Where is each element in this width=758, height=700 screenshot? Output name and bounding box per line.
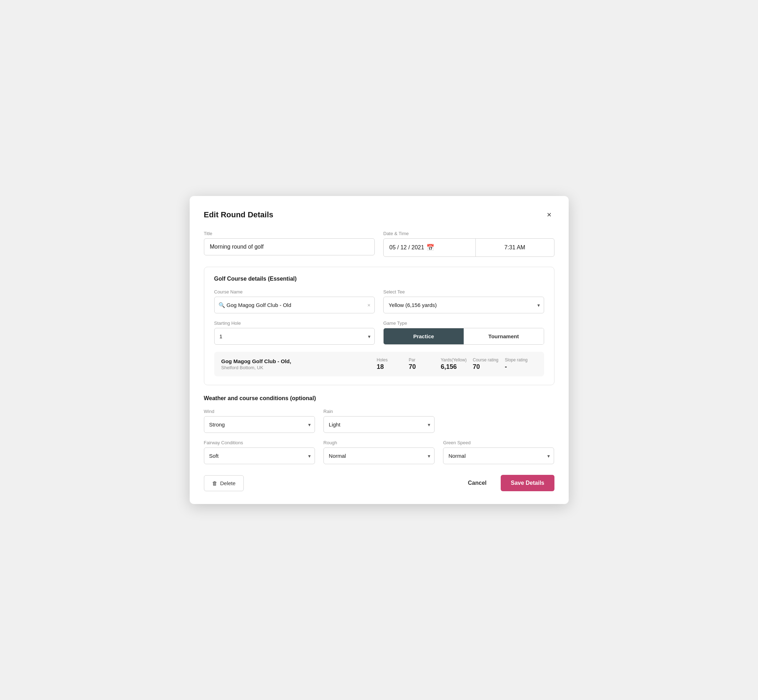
rain-select-wrapper: Light ▾	[324, 416, 434, 433]
modal-title: Edit Round Details	[204, 210, 274, 219]
starting-hole-gametype-row: Starting Hole 1 ▾ Game Type Practice Tou…	[214, 320, 544, 345]
course-name-tee-row: Course Name 🔍 × Select Tee Yellow (6,156…	[214, 289, 544, 313]
yards-label: Yards(Yellow)	[441, 358, 467, 362]
select-tee-group: Select Tee Yellow (6,156 yards) ▾	[383, 289, 544, 313]
yards-stat: Yards(Yellow) 6,156	[441, 358, 473, 370]
holes-label: Holes	[377, 358, 388, 362]
title-label: Title	[204, 231, 375, 236]
starting-hole-group: Starting Hole 1 ▾	[214, 320, 375, 345]
slope-rating-stat: Slope rating -	[505, 358, 537, 370]
clear-icon[interactable]: ×	[367, 302, 370, 308]
search-icon: 🔍	[219, 302, 225, 308]
course-rating-label: Course rating	[473, 358, 498, 362]
modal-header: Edit Round Details ×	[204, 209, 554, 221]
wind-select-wrapper: Strong ▾	[204, 416, 315, 433]
wind-rain-row: Wind Strong ▾ Rain Light ▾	[204, 409, 554, 433]
green-speed-select-wrapper: Normal ▾	[443, 447, 554, 464]
golf-section-title: Golf Course details (Essential)	[214, 276, 544, 282]
fairway-label: Fairway Conditions	[204, 440, 315, 445]
course-name-input[interactable]	[214, 297, 375, 313]
trash-icon: 🗑	[212, 480, 218, 486]
fairway-select-wrapper: Soft ▾	[204, 447, 315, 464]
slope-rating-value: -	[505, 363, 507, 370]
par-stat: Par 70	[409, 358, 441, 370]
green-speed-dropdown[interactable]: Normal	[443, 447, 554, 464]
delete-button[interactable]: 🗑 Delete	[204, 475, 244, 491]
weather-title: Weather and course conditions (optional)	[204, 395, 554, 402]
rain-group: Rain Light ▾	[324, 409, 434, 433]
rain-dropdown[interactable]: Light	[324, 416, 434, 433]
game-type-label: Game Type	[383, 320, 544, 326]
fairway-rough-green-row: Fairway Conditions Soft ▾ Rough Normal ▾	[204, 440, 554, 464]
practice-button[interactable]: Practice	[384, 328, 464, 344]
select-tee-label: Select Tee	[383, 289, 544, 295]
slope-rating-label: Slope rating	[505, 358, 528, 362]
rough-dropdown[interactable]: Normal	[324, 447, 434, 464]
fairway-dropdown[interactable]: Soft	[204, 447, 315, 464]
course-info-row: Gog Magog Golf Club - Old, Shelford Bott…	[214, 352, 544, 376]
holes-stat: Holes 18	[377, 358, 409, 370]
cancel-button[interactable]: Cancel	[462, 475, 492, 491]
course-name-input-wrapper: 🔍 ×	[214, 297, 375, 313]
starting-hole-dropdown[interactable]: 1	[214, 328, 375, 345]
fairway-group: Fairway Conditions Soft ▾	[204, 440, 315, 464]
course-rating-stat: Course rating 70	[473, 358, 505, 370]
date-value: 05 / 12 / 2021	[389, 244, 424, 251]
footer-right: Cancel Save Details	[462, 475, 554, 491]
select-tee-wrapper: Yellow (6,156 yards) ▾	[383, 297, 544, 313]
game-type-toggle: Practice Tournament	[383, 328, 544, 345]
save-button[interactable]: Save Details	[501, 475, 554, 491]
select-tee-dropdown[interactable]: Yellow (6,156 yards)	[383, 297, 544, 313]
par-value: 70	[409, 363, 416, 370]
rough-label: Rough	[324, 440, 434, 445]
datetime-label: Date & Time	[383, 231, 554, 236]
starting-hole-label: Starting Hole	[214, 320, 375, 326]
tournament-button[interactable]: Tournament	[464, 328, 544, 344]
rough-select-wrapper: Normal ▾	[324, 447, 434, 464]
datetime-row: 05 / 12 / 2021 📅 7:31 AM	[383, 238, 554, 257]
holes-value: 18	[377, 363, 384, 370]
green-speed-group: Green Speed Normal ▾	[443, 440, 554, 464]
delete-label: Delete	[220, 480, 236, 486]
game-type-group: Game Type Practice Tournament	[383, 320, 544, 345]
footer-row: 🗑 Delete Cancel Save Details	[204, 471, 554, 491]
time-value: 7:31 AM	[504, 244, 525, 251]
yards-value: 6,156	[441, 363, 457, 370]
datetime-field-group: Date & Time 05 / 12 / 2021 📅 7:31 AM	[383, 231, 554, 257]
par-label: Par	[409, 358, 416, 362]
time-part[interactable]: 7:31 AM	[476, 239, 554, 256]
course-rating-value: 70	[473, 363, 480, 370]
calendar-icon: 📅	[426, 244, 434, 252]
course-name-bold: Gog Magog Golf Club - Old,	[221, 358, 377, 364]
wind-group: Wind Strong ▾	[204, 409, 315, 433]
wind-dropdown[interactable]: Strong	[204, 416, 315, 433]
course-info-name: Gog Magog Golf Club - Old, Shelford Bott…	[221, 358, 377, 370]
course-location: Shelford Bottom, UK	[221, 365, 377, 370]
title-field-group: Title	[204, 231, 375, 257]
top-fields: Title Date & Time 05 / 12 / 2021 📅 7:31 …	[204, 231, 554, 257]
title-input[interactable]	[204, 238, 375, 255]
rain-label: Rain	[324, 409, 434, 414]
edit-round-modal: Edit Round Details × Title Date & Time 0…	[190, 196, 568, 504]
date-part[interactable]: 05 / 12 / 2021 📅	[384, 239, 476, 256]
wind-label: Wind	[204, 409, 315, 414]
close-button[interactable]: ×	[544, 209, 554, 221]
weather-section: Weather and course conditions (optional)…	[204, 395, 554, 464]
golf-course-section: Golf Course details (Essential) Course N…	[204, 267, 554, 385]
course-name-label: Course Name	[214, 289, 375, 295]
rough-group: Rough Normal ▾	[324, 440, 434, 464]
starting-hole-wrapper: 1 ▾	[214, 328, 375, 345]
green-speed-label: Green Speed	[443, 440, 554, 445]
course-name-group: Course Name 🔍 ×	[214, 289, 375, 313]
